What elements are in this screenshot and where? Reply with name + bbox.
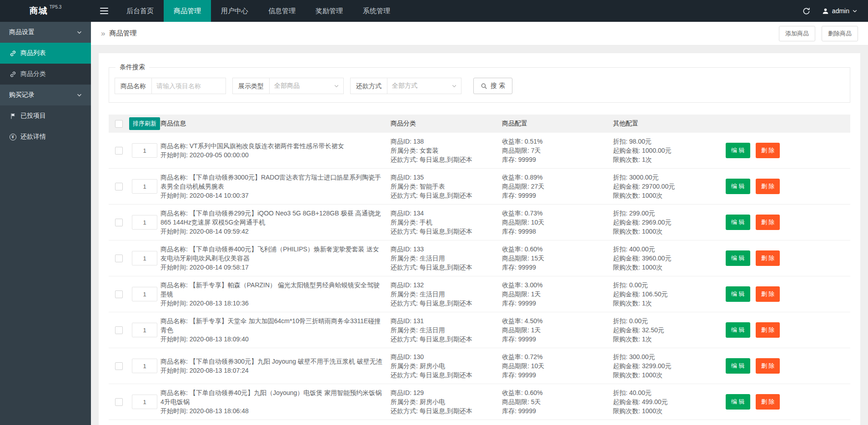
delete-button[interactable]: 删 除 <box>756 286 780 302</box>
product-start-time: 开始时间: 2020-08-13 18:09:40 <box>161 335 382 344</box>
edit-button[interactable]: 编 辑 <box>726 286 750 302</box>
product-start-time: 开始时间: 2020-08-13 18:10:36 <box>161 299 382 308</box>
sort-refresh-button[interactable]: 排序刷新 <box>129 117 160 130</box>
sort-order-input[interactable] <box>132 395 157 409</box>
sidebar-item-product-settings[interactable]: 商品设置 <box>0 22 91 43</box>
product-limit-count: 限购次数: 1次 <box>613 299 714 308</box>
sidebar-item-purchase-records[interactable]: 购买记录 <box>0 85 91 105</box>
refresh-icon[interactable] <box>803 7 810 15</box>
product-category: 所属分类: 生活日用 <box>391 254 494 263</box>
sort-order-input[interactable] <box>132 359 157 373</box>
repay-type-select[interactable]: 全部方式 <box>387 78 462 94</box>
delete-button[interactable]: 删 除 <box>756 358 780 374</box>
product-min-amount: 起购金额: 3299.00元 <box>613 361 714 370</box>
product-name-label: 商品名称 <box>115 78 152 94</box>
edit-button[interactable]: 编 辑 <box>726 250 750 266</box>
product-discount: 折扣: 400.00元 <box>613 245 714 254</box>
topnav-item-info[interactable]: 信息管理 <box>258 0 306 22</box>
row-checkbox[interactable] <box>115 255 123 262</box>
sort-order-input[interactable] <box>132 179 157 194</box>
repay-icon: ¥ <box>9 134 16 140</box>
product-discount: 折扣: 3000.00元 <box>613 173 714 182</box>
product-period: 商品期限: 1天 <box>502 325 605 335</box>
topnav-item-user[interactable]: 用户中心 <box>211 0 258 22</box>
row-checkbox[interactable] <box>115 326 123 334</box>
edit-button[interactable]: 编 辑 <box>726 215 750 230</box>
sidebar: 商品设置商品列表商品分类购买记录已投项目¥还款详情 <box>0 22 91 425</box>
delete-button[interactable]: 删 除 <box>756 394 780 410</box>
topnav-item-system[interactable]: 系统管理 <box>353 0 400 22</box>
edit-button[interactable]: 编 辑 <box>726 394 750 410</box>
menu-toggle-icon[interactable] <box>100 0 108 22</box>
main-content: 条件搜索 商品名称 展示类型 全部商品 还款方式 全部方式 <box>91 45 868 425</box>
product-name: 商品名称: 【新手专享】天堂伞 加大加固64cm*10骨三折晴雨商务伞3311E… <box>161 316 382 335</box>
delete-button[interactable]: 删 除 <box>756 322 780 338</box>
breadcrumb-bar: » 商品管理 添加商品 删除商品 <box>91 22 868 45</box>
sidebar-item-product-list[interactable]: 商品列表 <box>0 43 91 64</box>
edit-button[interactable]: 编 辑 <box>726 358 750 374</box>
row-checkbox[interactable] <box>115 147 123 155</box>
product-period: 商品期限: 1天 <box>502 290 605 299</box>
sort-order-input[interactable] <box>132 251 157 265</box>
product-period: 商品期限: 10天 <box>502 218 605 227</box>
product-stock: 库存: 99999 <box>502 370 605 380</box>
product-limit-count: 限购次数: 1000次 <box>613 406 714 415</box>
topnav-item-home[interactable]: 后台首页 <box>116 0 164 22</box>
sidebar-item-product-category[interactable]: 商品分类 <box>0 64 91 85</box>
product-id: 商品ID: 134 <box>391 209 494 218</box>
delete-button[interactable]: 删 除 <box>756 143 780 158</box>
sort-order-input[interactable] <box>132 143 157 158</box>
product-repay-method: 还款方式: 每日返息,到期还本 <box>391 299 494 308</box>
app-logo[interactable]: 商城 TP5.3 <box>0 0 91 22</box>
table-row: 商品名称: 【新手专享】帕森（PARZIN） 偏光太阳镜型男经典蛤蟆镜安全驾驶墨… <box>109 276 850 312</box>
select-all-checkbox[interactable] <box>115 120 123 128</box>
search-icon <box>481 83 487 90</box>
topnav-item-product[interactable]: 商品管理 <box>164 0 211 22</box>
product-repay-method: 还款方式: 每日返息,到期还本 <box>391 335 494 344</box>
product-min-amount: 起购金额: 32.50元 <box>613 325 714 335</box>
sort-order-input[interactable] <box>132 287 157 301</box>
product-name-input[interactable] <box>151 78 226 94</box>
table-row: 商品名称: 【下单自动领券400元】飞利浦（PHILIPS）焕新奢宠挚爱套装 送… <box>109 240 850 276</box>
product-name-field: 商品名称 <box>115 78 226 94</box>
flag-icon <box>9 113 16 120</box>
topnav-item-reward[interactable]: 奖励管理 <box>306 0 353 22</box>
product-category: 所属分类: 厨房小电 <box>391 397 494 406</box>
edit-button[interactable]: 编 辑 <box>726 179 750 194</box>
sidebar-item-invested-projects[interactable]: 已投项目 <box>0 105 91 126</box>
sidebar-item-label: 已投项目 <box>20 112 46 120</box>
product-period: 商品期限: 10天 <box>502 361 605 370</box>
display-type-label: 展示类型 <box>232 78 270 94</box>
edit-button[interactable]: 编 辑 <box>726 143 750 158</box>
sort-order-input[interactable] <box>132 215 157 230</box>
column-header-product-info: 商品信息 <box>161 120 391 128</box>
column-header-other-config: 其他配置 <box>613 120 722 128</box>
search-button[interactable]: 搜 索 <box>473 78 512 94</box>
edit-button[interactable]: 编 辑 <box>726 322 750 338</box>
sidebar-item-label: 商品列表 <box>20 49 46 57</box>
sidebar-item-repayment-details[interactable]: ¥还款详情 <box>0 126 91 147</box>
product-repay-method: 还款方式: 每日返息,到期还本 <box>391 406 494 415</box>
product-start-time: 开始时间: 2020-08-14 09:58:17 <box>161 263 382 272</box>
product-start-time: 开始时间: 2020-08-13 18:07:24 <box>161 366 382 375</box>
delete-button[interactable]: 删 除 <box>756 250 780 266</box>
product-min-amount: 起购金额: 2969.00元 <box>613 218 714 227</box>
row-checkbox[interactable] <box>115 183 123 190</box>
row-checkbox[interactable] <box>115 290 123 298</box>
delete-product-button[interactable]: 删除商品 <box>822 26 858 41</box>
user-menu[interactable]: admin <box>822 7 857 15</box>
product-limit-count: 限购次数: 1000次 <box>613 370 714 380</box>
table-body: 商品名称: VT系列中国风旗袍改良版连衣裙两件套性感吊带长裙女 开始时间: 20… <box>109 133 850 425</box>
delete-button[interactable]: 删 除 <box>756 179 780 194</box>
add-product-button[interactable]: 添加商品 <box>779 26 815 41</box>
top-nav: 后台首页商品管理用户中心信息管理奖励管理系统管理 <box>116 0 400 22</box>
filter-form: 商品名称 展示类型 全部商品 还款方式 全部方式 <box>109 71 850 102</box>
display-type-select[interactable]: 全部商品 <box>269 78 344 94</box>
row-checkbox[interactable] <box>115 219 123 226</box>
link-icon <box>9 71 16 78</box>
row-checkbox[interactable] <box>115 398 123 406</box>
sort-order-input[interactable] <box>132 323 157 337</box>
delete-button[interactable]: 删 除 <box>756 215 780 230</box>
row-checkbox[interactable] <box>115 362 123 370</box>
product-id: 商品ID: 138 <box>391 137 494 146</box>
